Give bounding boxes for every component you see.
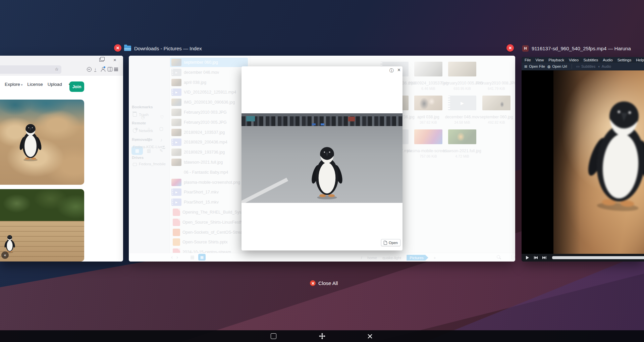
preview-photo — [241, 113, 402, 203]
crowd-band — [241, 113, 402, 126]
toolbar-button-label: Subtitles — [581, 64, 595, 68]
overview-close-window-button[interactable] — [114, 44, 121, 52]
penguin-photo — [3, 233, 16, 253]
toolbar-button-open-url[interactable]: ◍Open Url — [547, 64, 567, 69]
toolbar-button-open-file[interactable]: ⊞Open File — [524, 64, 545, 69]
pocket-icon[interactable] — [87, 67, 92, 72]
toolbar-button-audio: ◖Audio — [598, 64, 611, 68]
windows-view-icon[interactable] — [271, 333, 276, 339]
folder-icon — [124, 46, 131, 51]
haruna-window-title-text: 9116137-sd_960_540_25fps.mp4 — Haruna — [532, 46, 631, 51]
play-icon[interactable] — [526, 256, 529, 260]
menu-item-view[interactable]: View — [536, 58, 544, 62]
previous-icon[interactable] — [533, 256, 538, 259]
sidebar-icon[interactable] — [108, 67, 112, 71]
overview-close-window-button[interactable] — [506, 44, 514, 52]
nav-license[interactable]: License — [27, 82, 43, 87]
document-icon — [384, 241, 387, 245]
haruna-toolbar: ⊞Open File◍Open Url▭Subtitles◖Audio — [522, 63, 644, 70]
haruna-window[interactable]: FileViewPlaybackVideoSubtitlesAudioSetti… — [522, 57, 644, 262]
playback-controls — [522, 254, 644, 262]
blue-shoe — [321, 123, 324, 125]
info-icon[interactable]: ⓘ — [389, 68, 394, 74]
penguin-video — [579, 88, 644, 216]
photo-card-rocks[interactable]: « — [0, 189, 84, 262]
crowd-detail — [246, 116, 255, 121]
overview-bottombar — [0, 330, 644, 342]
toolbar-button-label: Audio — [602, 64, 611, 68]
files-window-title: Downloads - Pictures — Index — [124, 44, 202, 52]
speaker-icon: ◖ — [598, 64, 600, 68]
foliage — [0, 189, 84, 221]
toolbar-button-label: Open File — [529, 64, 545, 68]
open-file-icon: ⊞ — [524, 64, 527, 69]
menu-item-settings[interactable]: Settings — [618, 58, 632, 62]
close-all-button[interactable]: Close All — [310, 280, 338, 286]
prev-photo-icon[interactable]: « — [1, 251, 9, 259]
video-frame — [553, 70, 644, 254]
menu-item-subtitles[interactable]: Subtitles — [583, 58, 598, 62]
seek-bar[interactable] — [552, 256, 644, 259]
haruna-menubar: FileViewPlaybackVideoSubtitlesAudioSetti… — [522, 57, 644, 63]
close-icon[interactable]: × — [397, 67, 400, 73]
close-window-icon[interactable]: × — [113, 58, 116, 62]
video-area[interactable] — [522, 70, 644, 254]
account-badge — [104, 66, 105, 68]
nav-upload[interactable]: Upload — [48, 82, 62, 87]
menu-item-audio[interactable]: Audio — [603, 58, 612, 62]
join-button[interactable]: Join — [69, 81, 84, 92]
bookmark-star-icon[interactable]: ☆ — [55, 67, 59, 72]
close-overview-icon[interactable] — [367, 333, 373, 339]
desktop-grid-icon[interactable] — [319, 333, 326, 341]
road-marking — [241, 178, 288, 203]
files-window-title-text: Downloads - Pictures — Index — [134, 46, 202, 51]
haruna-app-icon: H — [522, 45, 529, 52]
nav-explore[interactable]: Explore▾ — [5, 82, 22, 87]
subtitles-icon: ▭ — [576, 64, 580, 69]
next-icon[interactable] — [542, 256, 547, 259]
menu-item-help[interactable]: Help — [636, 58, 644, 62]
toolbar-separator — [572, 64, 572, 69]
menu-item-file[interactable]: File — [525, 58, 531, 62]
url-bar[interactable]: ☆ — [0, 65, 61, 74]
photo-card-penguin[interactable] — [0, 100, 84, 185]
toolbar-button-subtitles: ▭Subtitles — [576, 64, 596, 69]
browser-window[interactable]: × ☆ ↓ Explore▾ License Upload ••• Join « — [0, 56, 123, 262]
restore-window-icon[interactable] — [99, 58, 104, 62]
browser-toolbar: × ☆ ↓ — [0, 56, 123, 76]
image-preview-dialog: ⓘ × Open — [241, 66, 402, 250]
menu-item-video[interactable]: Video — [569, 58, 579, 62]
crowd-detail — [348, 117, 355, 121]
blue-shoe — [312, 123, 316, 125]
penguin-photo — [17, 120, 44, 162]
pexels-nav: Explore▾ License Upload ••• — [0, 76, 123, 93]
open-button[interactable]: Open — [381, 239, 400, 246]
menu-icon[interactable] — [114, 68, 118, 68]
menu-item-playback[interactable]: Playback — [548, 58, 564, 62]
close-all-icon — [310, 280, 316, 286]
toolbar-button-label: Open Url — [552, 64, 567, 68]
haruna-window-title: H 9116137-sd_960_540_25fps.mp4 — Haruna — [522, 44, 631, 52]
globe-icon: ◍ — [547, 64, 551, 69]
download-icon[interactable]: ↓ — [94, 67, 96, 72]
penguin-photo — [309, 142, 345, 201]
chevron-down-icon: ▾ — [21, 83, 23, 87]
